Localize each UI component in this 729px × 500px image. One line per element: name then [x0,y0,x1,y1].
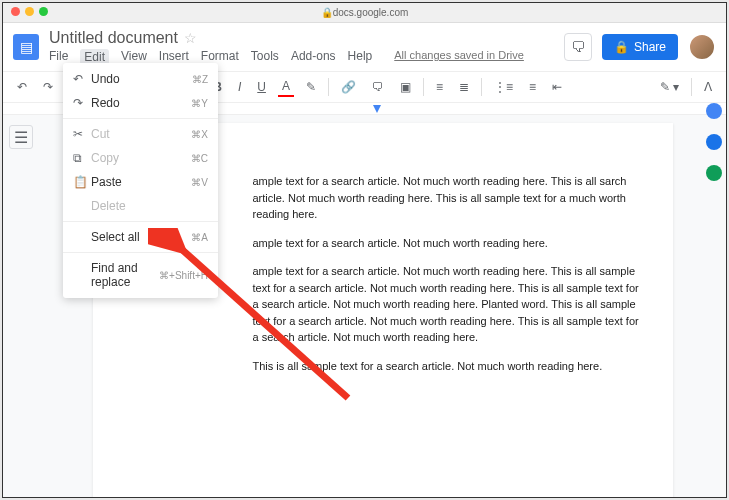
highlight-icon[interactable]: ✎ [302,78,320,96]
indent-icon[interactable]: ⇤ [548,78,566,96]
menu-find-replace[interactable]: Find and replace⌘+Shift+H [63,256,218,294]
paragraph[interactable]: This is all sample text for a search art… [253,358,643,375]
linespacing-icon[interactable]: ≣ [455,78,473,96]
tasks-icon[interactable] [706,165,722,181]
docs-logo-icon[interactable]: ▤ [13,34,39,60]
star-icon[interactable]: ☆ [184,30,197,46]
ruler-indent-marker[interactable] [373,105,381,113]
undo-icon: ↶ [73,72,91,86]
avatar[interactable] [688,33,716,61]
image-icon[interactable]: ▣ [396,78,415,96]
document-title[interactable]: Untitled document [49,29,178,47]
side-apps [706,103,722,181]
textcolor-icon[interactable]: A [278,77,294,97]
cut-icon: ✂ [73,127,91,141]
italic-icon[interactable]: I [234,78,245,96]
menu-paste[interactable]: 📋Paste⌘V [63,170,218,194]
save-status: All changes saved in Drive [394,49,524,65]
address-bar: 🔒 docs.google.com [3,3,726,23]
comment-icon[interactable]: 🗨 [368,78,388,96]
window-controls[interactable] [11,7,48,16]
keep-icon[interactable] [706,134,722,150]
editmode-icon[interactable]: ✎ ▾ [656,78,683,96]
menu-undo[interactable]: ↶Undo⌘Z [63,67,218,91]
menu-selectall[interactable]: Select all⌘A [63,225,218,249]
numberlist-icon[interactable]: ≡ [525,78,540,96]
copy-icon: ⧉ [73,151,91,165]
menu-help[interactable]: Help [348,49,373,65]
menu-delete: Delete [63,194,218,218]
menu-redo[interactable]: ↷Redo⌘Y [63,91,218,115]
menu-tools[interactable]: Tools [251,49,279,65]
redo-icon: ↷ [73,96,91,110]
menu-copy: ⧉Copy⌘C [63,146,218,170]
paste-icon: 📋 [73,175,91,189]
paragraph[interactable]: ample text for a search article. Not muc… [253,263,643,346]
menu-cut: ✂Cut⌘X [63,122,218,146]
align-icon[interactable]: ≡ [432,78,447,96]
paragraph[interactable]: ample text for a search article. Not muc… [253,173,643,223]
collapse-icon[interactable]: ᐱ [700,78,716,96]
menu-addons[interactable]: Add-ons [291,49,336,65]
comments-button[interactable]: 🗨 [564,33,592,61]
bulletlist-icon[interactable]: ⋮≡ [490,78,517,96]
edit-menu-dropdown: ↶Undo⌘Z ↷Redo⌘Y ✂Cut⌘X ⧉Copy⌘C 📋Paste⌘V … [63,63,218,298]
outline-toggle[interactable]: ☰ [9,125,33,149]
link-icon[interactable]: 🔗 [337,78,360,96]
paragraph[interactable]: ample text for a search article. Not muc… [253,235,643,252]
calendar-icon[interactable] [706,103,722,119]
undo-icon[interactable]: ↶ [13,78,31,96]
redo-icon[interactable]: ↷ [39,78,57,96]
share-button[interactable]: 🔒 Share [602,34,678,60]
underline-icon[interactable]: U [253,78,270,96]
